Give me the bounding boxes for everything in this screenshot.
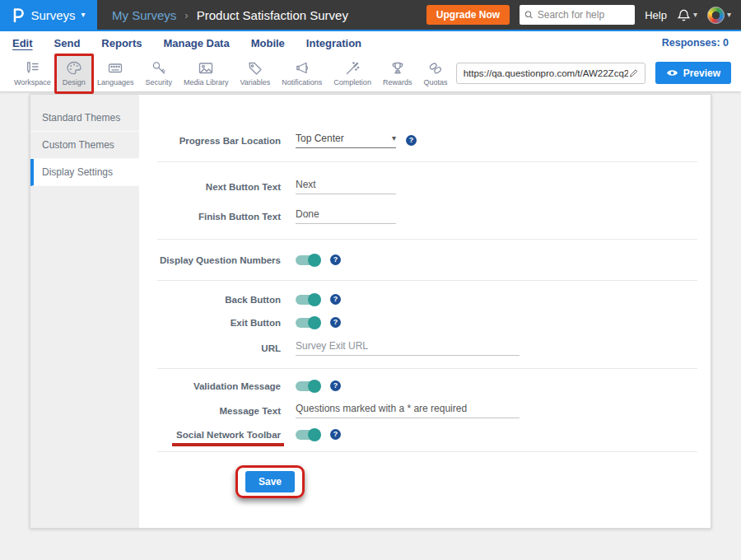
divider <box>157 239 697 240</box>
preview-button[interactable]: Preview <box>655 62 731 84</box>
toolbar-item-security[interactable]: Security <box>139 55 178 91</box>
row-save: Save <box>157 465 697 498</box>
row-exit-url: URL <box>157 340 697 356</box>
help-icon[interactable]: ? <box>330 254 341 265</box>
sidebar-item-display-settings[interactable]: Display Settings <box>30 159 139 186</box>
toolbar-item-variables[interactable]: Variables <box>234 55 276 91</box>
divider <box>157 161 697 162</box>
design-settings-card: Standard Themes Custom Themes Display Se… <box>30 94 711 529</box>
row-message-text: Message Text <box>157 403 697 418</box>
sidebar-item-custom-themes[interactable]: Custom Themes <box>30 132 139 159</box>
help-icon[interactable]: ? <box>330 317 341 328</box>
divider <box>157 368 697 369</box>
help-icon[interactable]: ? <box>330 380 341 391</box>
progress-bar-location-label: Progress Bar Location <box>157 136 281 146</box>
survey-url-input[interactable] <box>464 68 629 78</box>
breadcrumb-current-survey: Product Satisfaction Survey <box>197 8 348 22</box>
design-icon <box>65 59 83 77</box>
chain-link-icon <box>426 59 445 77</box>
annotation-save-box: Save <box>235 465 305 498</box>
tab-manage-data[interactable]: Manage Data <box>163 37 229 49</box>
breadcrumb: My Surveys › Product Satisfaction Survey <box>112 8 348 22</box>
top-header: Surveys ▾ My Surveys › Product Satisfact… <box>0 0 741 31</box>
row-back-button: Back Button ? <box>157 294 697 305</box>
tab-edit[interactable]: Edit <box>12 37 33 49</box>
languages-icon <box>106 59 124 77</box>
upgrade-now-button[interactable]: Upgrade Now <box>426 5 510 25</box>
security-icon <box>150 59 168 77</box>
exit-url-input[interactable] <box>296 340 520 356</box>
toolbar-item-media-library[interactable]: Media Library <box>178 55 235 91</box>
save-button[interactable]: Save <box>245 471 295 492</box>
back-button-toggle[interactable] <box>296 295 320 305</box>
help-link[interactable]: Help <box>645 9 667 21</box>
row-display-question-numbers: Display Question Numbers ? <box>157 254 697 265</box>
toolbar-item-design[interactable]: Design <box>57 55 91 91</box>
tab-integration[interactable]: Integration <box>306 37 361 49</box>
tab-reports[interactable]: Reports <box>101 37 142 49</box>
exit-url-label: URL <box>157 343 281 353</box>
toolbar-item-languages[interactable]: Languages <box>91 55 140 91</box>
next-button-text-label: Next Button Text <box>157 182 281 192</box>
survey-nav: Edit Send Reports Manage Data Mobile Int… <box>0 31 741 54</box>
display-question-numbers-toggle[interactable] <box>296 255 320 265</box>
toolbar-item-workspace[interactable]: Workspace <box>8 55 57 91</box>
page-content: Standard Themes Custom Themes Display Se… <box>0 92 741 560</box>
message-text-input[interactable] <box>296 403 520 418</box>
brand-logo[interactable]: Surveys ▾ <box>0 0 97 30</box>
notifications-bell[interactable]: ▾ <box>677 8 697 22</box>
display-settings-form: Progress Bar Location Top Center ▾ ? Nex… <box>139 95 711 528</box>
toolbar-item-rewards[interactable]: Rewards <box>377 55 418 91</box>
magic-wand-icon <box>343 59 361 77</box>
toolbar-item-quotas[interactable]: Quotas <box>417 55 453 91</box>
help-icon[interactable]: ? <box>406 135 417 146</box>
toolbar-item-completion[interactable]: Completion <box>328 55 377 91</box>
survey-url-field[interactable] <box>456 63 645 84</box>
chevron-down-icon: ▾ <box>392 134 396 142</box>
divider <box>157 451 697 452</box>
social-network-toolbar-toggle[interactable] <box>296 430 320 440</box>
account-menu[interactable]: ▾ <box>707 7 731 24</box>
tab-mobile[interactable]: Mobile <box>251 37 285 49</box>
finish-button-text-input[interactable] <box>296 208 396 224</box>
surveys-menu-label[interactable]: Surveys <box>30 8 75 22</box>
sidebar-item-standard-themes[interactable]: Standard Themes <box>30 105 139 132</box>
row-finish-button-text: Finish Button Text <box>157 208 697 224</box>
tab-send[interactable]: Send <box>54 37 81 49</box>
chevron-down-icon: ▾ <box>727 11 731 19</box>
validation-message-label: Validation Message <box>157 381 281 391</box>
edit-toolbar: Workspace Design Languages Security <box>0 54 741 92</box>
breadcrumb-my-surveys[interactable]: My Surveys <box>112 8 176 22</box>
finish-button-text-label: Finish Button Text <box>157 212 281 222</box>
exit-button-toggle[interactable] <box>296 318 320 328</box>
row-progress-bar-location: Progress Bar Location Top Center ▾ ? <box>157 133 697 148</box>
toolbar-item-notifications[interactable]: Notifications <box>276 55 328 91</box>
breadcrumb-separator-icon: › <box>184 9 188 21</box>
avatar <box>707 7 725 24</box>
next-button-text-input[interactable] <box>296 179 396 194</box>
divider <box>157 280 697 281</box>
questionpro-logo-icon <box>12 7 25 23</box>
progress-bar-location-select[interactable]: Top Center ▾ <box>296 133 396 148</box>
back-button-label: Back Button <box>157 295 281 305</box>
help-icon[interactable]: ? <box>330 294 341 305</box>
validation-message-toggle[interactable] <box>296 381 320 391</box>
chevron-down-icon: ▾ <box>82 11 86 19</box>
exit-button-label: Exit Button <box>157 318 281 328</box>
row-validation-message: Validation Message ? <box>157 380 697 391</box>
edit-pencil-icon[interactable] <box>628 68 639 79</box>
variables-icon <box>246 59 264 77</box>
row-next-button-text: Next Button Text <box>157 179 697 194</box>
message-text-label: Message Text <box>157 406 281 416</box>
social-network-toolbar-label: Social Network Toolbar <box>157 430 281 440</box>
help-search[interactable] <box>520 5 635 25</box>
workspace-icon <box>23 59 41 77</box>
search-icon <box>524 10 534 20</box>
media-library-icon <box>197 59 215 77</box>
row-social-network-toolbar: Social Network Toolbar ? <box>157 429 697 440</box>
help-icon[interactable]: ? <box>330 429 341 440</box>
chevron-down-icon: ▾ <box>693 11 697 19</box>
search-input[interactable] <box>538 9 630 21</box>
row-exit-button: Exit Button ? <box>157 317 697 328</box>
megaphone-icon <box>293 59 311 77</box>
